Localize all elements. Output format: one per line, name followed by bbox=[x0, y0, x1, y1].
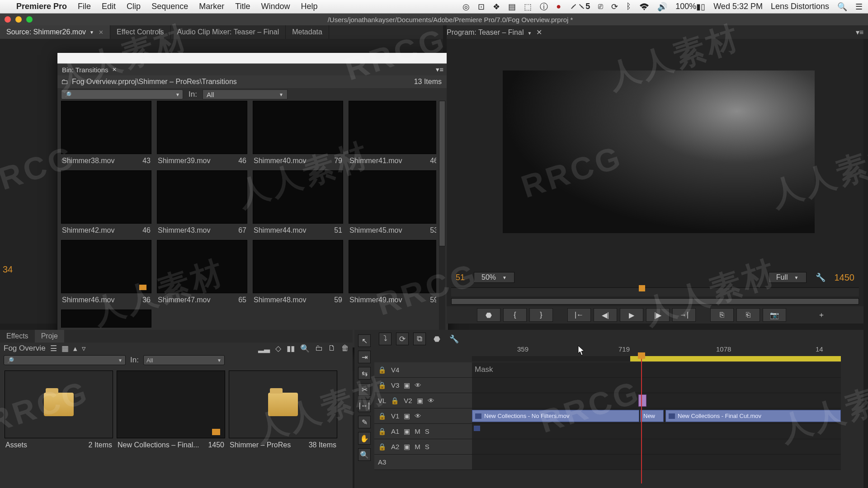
icon-view-icon[interactable]: ▦ bbox=[61, 344, 69, 353]
eye-icon[interactable]: 👁 bbox=[415, 412, 421, 420]
track-label[interactable]: A3 bbox=[378, 458, 386, 466]
bin-clip[interactable]: Shimmer39.mov46 bbox=[157, 101, 247, 165]
bin-clip[interactable]: Shimmer46.mov36 bbox=[61, 240, 151, 304]
adobe-icon[interactable]: ⟋⟍ 5 bbox=[569, 2, 590, 11]
auto-icon[interactable]: ▮▮ bbox=[287, 344, 295, 353]
program-canvas[interactable] bbox=[503, 70, 815, 233]
app-name[interactable]: Premiere Pro bbox=[16, 2, 67, 11]
mute-button[interactable]: M bbox=[415, 443, 420, 450]
razor-tool[interactable]: ✂ bbox=[358, 383, 371, 396]
add-button[interactable]: ＋ bbox=[810, 308, 833, 322]
menu-sequence[interactable]: Sequence bbox=[151, 2, 188, 11]
lock-icon[interactable]: 🔒 bbox=[378, 381, 387, 389]
timeline-playhead[interactable] bbox=[641, 352, 642, 483]
bin-clip[interactable]: Shimmer40.mov79 bbox=[253, 101, 343, 165]
sort-icon[interactable]: ▴ bbox=[73, 344, 77, 353]
tab-effect-controls[interactable]: Effect Controls bbox=[110, 25, 171, 39]
menu-title[interactable]: Title bbox=[235, 2, 250, 11]
bin-clip[interactable]: Shimmer43.mov67 bbox=[157, 170, 247, 235]
dropbox-icon[interactable]: ❖ bbox=[493, 2, 500, 12]
clock[interactable]: Wed 5:32 PM bbox=[713, 2, 763, 11]
timeline-clip[interactable]: New bbox=[640, 410, 664, 422]
zoom-dropdown[interactable]: 50%▼ bbox=[474, 272, 514, 283]
sort-icon[interactable]: ◇ bbox=[275, 344, 281, 353]
status-icon[interactable]: ◎ bbox=[462, 2, 470, 12]
panel-menu-icon[interactable]: ▾≡ bbox=[856, 28, 863, 37]
filter-icon[interactable]: ▿ bbox=[82, 344, 86, 353]
track-label[interactable]: V4 bbox=[391, 366, 399, 374]
track-label[interactable]: V2 bbox=[404, 397, 412, 404]
status-icon[interactable]: ▤ bbox=[508, 2, 516, 12]
hand-tool[interactable]: ✋ bbox=[358, 432, 371, 445]
status-icon[interactable]: ⊡ bbox=[478, 2, 485, 12]
spotlight-icon[interactable]: 🔍 bbox=[837, 2, 847, 12]
record-icon[interactable]: ● bbox=[556, 2, 561, 11]
bluetooth-icon[interactable]: ᛒ bbox=[626, 2, 631, 11]
battery-status[interactable]: 100% ▮▯ bbox=[675, 2, 705, 12]
program-ruler[interactable] bbox=[451, 287, 859, 296]
solo-button[interactable]: S bbox=[425, 427, 429, 435]
eye-icon[interactable]: 👁 bbox=[415, 381, 421, 389]
menu-help[interactable]: Help bbox=[301, 2, 318, 11]
wrench-icon[interactable]: 🔧 bbox=[816, 272, 826, 282]
eye-icon[interactable]: 👁 bbox=[428, 397, 434, 404]
toggle-icon[interactable]: ▣ bbox=[404, 412, 410, 420]
menu-file[interactable]: File bbox=[78, 2, 91, 11]
close-icon[interactable]: ✕ bbox=[112, 66, 117, 73]
track-label[interactable]: A1 bbox=[391, 427, 399, 435]
lock-icon[interactable]: 🔒 bbox=[378, 412, 387, 420]
list-view-icon[interactable]: ☰ bbox=[50, 344, 57, 353]
lock-icon[interactable]: 🔒 bbox=[378, 366, 387, 374]
panel-menu-icon[interactable]: ▾≡ bbox=[436, 66, 443, 74]
timeline-clip[interactable]: New Collections - Final Cut.mov bbox=[665, 410, 841, 422]
step-back-button[interactable]: ◀| bbox=[594, 308, 617, 322]
bin-in-dropdown[interactable]: All▼ bbox=[203, 89, 288, 99]
lock-icon[interactable]: 🔒 bbox=[378, 443, 387, 451]
sync-icon[interactable]: ⟳ bbox=[611, 2, 618, 12]
pen-tool[interactable]: ✎ bbox=[358, 416, 371, 428]
menu-window[interactable]: Window bbox=[261, 2, 290, 11]
tab-effects[interactable]: Effects bbox=[0, 330, 35, 343]
status-icon[interactable]: ⬚ bbox=[524, 2, 532, 12]
lock-icon[interactable]: 🔒 bbox=[391, 397, 399, 405]
tab-program[interactable]: Program: Teaser – Final▼✕ bbox=[447, 28, 542, 37]
zoom-button[interactable] bbox=[26, 16, 33, 23]
resolution-dropdown[interactable]: Full▼ bbox=[769, 272, 807, 283]
step-forward-button[interactable]: |▶ bbox=[646, 308, 670, 322]
minimize-button[interactable] bbox=[15, 16, 22, 23]
toggle-icon[interactable]: ▣ bbox=[404, 381, 410, 389]
tab-metadata[interactable]: Metadata bbox=[286, 25, 329, 39]
project-in-dropdown[interactable]: All▼ bbox=[143, 355, 225, 365]
wifi-icon[interactable] bbox=[639, 3, 649, 10]
insert-icon[interactable]: ⤵ bbox=[379, 333, 392, 345]
snap-icon[interactable]: ⧉ bbox=[413, 333, 426, 345]
zoom-tool[interactable]: 🔍 bbox=[358, 448, 371, 461]
mark-out-button[interactable]: } bbox=[529, 308, 553, 322]
menu-clip[interactable]: Clip bbox=[127, 2, 141, 11]
toggle-icon[interactable]: ▣ bbox=[404, 427, 410, 436]
toggle-icon[interactable]: ▣ bbox=[417, 397, 423, 405]
track-label[interactable]: V1 bbox=[391, 412, 399, 420]
marker-icon[interactable]: ⬣ bbox=[430, 333, 443, 345]
overwrite-icon[interactable]: ⟳ bbox=[396, 333, 409, 345]
playhead-icon[interactable] bbox=[639, 285, 645, 291]
bin-tab[interactable]: Bin: Transitions✕ ▾≡ bbox=[57, 64, 448, 75]
slip-tool[interactable]: |↔| bbox=[358, 399, 371, 412]
project-item[interactable]: New Collections – Final...1450 bbox=[117, 371, 225, 452]
track-select-tool[interactable]: ⇥ bbox=[358, 351, 371, 363]
delete-icon[interactable]: 🗑 bbox=[341, 344, 349, 353]
bin-clip[interactable]: Shimmer48.mov59 bbox=[253, 240, 343, 304]
goto-in-button[interactable]: |← bbox=[567, 308, 591, 322]
menu-edit[interactable]: Edit bbox=[102, 2, 116, 11]
project-search-input[interactable]: 🔎▼ bbox=[4, 355, 126, 365]
timeline-clip[interactable]: New Collections - No Filters.mov bbox=[472, 410, 639, 422]
user-name[interactable]: Lens Distortions bbox=[771, 2, 829, 11]
bin-clip[interactable]: Shimmer44.mov51 bbox=[253, 170, 343, 235]
display-icon[interactable]: ⎚ bbox=[598, 2, 603, 11]
bin-scrollbar[interactable] bbox=[439, 101, 445, 343]
selection-tool[interactable]: ↖ bbox=[358, 334, 371, 347]
bin-search-input[interactable]: 🔎▼ bbox=[61, 89, 183, 99]
timeline-clip[interactable] bbox=[638, 394, 646, 407]
bin-clip[interactable]: Shimmer38.mov43 bbox=[61, 101, 151, 165]
close-icon[interactable]: ✕ bbox=[99, 29, 104, 36]
